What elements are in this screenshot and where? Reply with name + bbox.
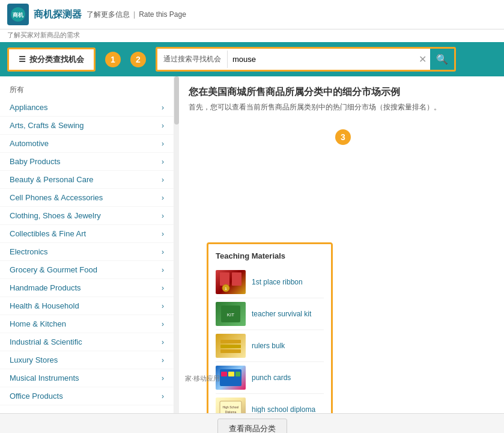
search-submit-button[interactable]: 🔍	[430, 49, 454, 70]
sidebar-label-electronics: Electronics	[10, 247, 48, 256]
step-badge-2: 2	[130, 52, 146, 67]
sidebar-label-clothing: Clothing, Shoes & Jewelry	[10, 211, 101, 220]
sidebar-item-luxury[interactable]: Luxury Stores ›	[0, 351, 174, 369]
rate-page-link[interactable]: Rate this Page	[139, 10, 186, 19]
list-item: 1 1st place ribbon	[216, 266, 324, 298]
sidebar-item-grocery[interactable]: Grocery & Gourmet Food ›	[0, 261, 174, 279]
header-subtitle: 了解买家对新商品的需求	[0, 29, 504, 42]
mobile-text: 家·移动应用	[185, 374, 220, 383]
product-name-diploma[interactable]: high school diploma	[252, 405, 315, 413]
sidebar-item-electronics[interactable]: Electronics ›	[0, 243, 174, 261]
main-title: 您在美国商城所售商品所属分类中的细分市场示例	[189, 86, 494, 99]
svg-text:商机: 商机	[13, 11, 24, 18]
sidebar-item-cellphones[interactable]: Cell Phones & Accessories ›	[0, 189, 174, 207]
sidebar-item-office[interactable]: Office Products ›	[0, 387, 174, 405]
list-item: rulers bulk	[216, 330, 324, 362]
separator: |	[133, 10, 135, 19]
main-content: 您在美国商城所售商品所属分类中的细分市场示例 首先，您可以查看当前所售商品所属类…	[179, 76, 504, 413]
sidebar-item-handmade[interactable]: Handmade Products ›	[0, 279, 174, 297]
svg-rect-9	[220, 345, 241, 348]
step-badge-3: 3	[335, 129, 351, 145]
svg-rect-12	[221, 372, 227, 376]
sidebar-label-health: Health & Household	[10, 301, 79, 310]
product-thumb-rulers	[216, 334, 246, 358]
product-name-ribbon[interactable]: 1st place ribbon	[252, 278, 303, 286]
svg-rect-10	[220, 349, 241, 353]
chevron-icon: ›	[162, 248, 164, 256]
svg-text:High School: High School	[223, 405, 239, 409]
view-categories-button[interactable]: 查看商品分类	[217, 419, 287, 433]
svg-rect-2	[220, 272, 229, 286]
chevron-icon: ›	[162, 230, 164, 238]
header: 商机 商机探测器 了解更多信息 | Rate this Page	[0, 0, 504, 29]
search-input[interactable]	[228, 51, 415, 67]
header-links: 了解更多信息 | Rate this Page	[87, 10, 186, 20]
sidebar-item-health[interactable]: Health & Household ›	[0, 297, 174, 315]
teaching-card-title: Teaching Materials	[216, 251, 324, 260]
product-name-punch[interactable]: punch cards	[252, 373, 291, 382]
sidebar-item-home[interactable]: Home & Kitchen ›	[0, 315, 174, 333]
svg-text:KIT: KIT	[227, 312, 235, 318]
chevron-icon: ›	[162, 212, 164, 220]
chevron-icon: ›	[162, 302, 164, 310]
sidebar-item-baby[interactable]: Baby Products ›	[0, 153, 174, 171]
category-button[interactable]: ☰ 按分类查找机会	[7, 48, 96, 72]
product-thumb-diploma: High School Diploma	[216, 398, 246, 413]
chevron-icon: ›	[162, 158, 164, 166]
category-button-label: 按分类查找机会	[29, 54, 84, 65]
logo-icon: 商机	[7, 4, 29, 25]
scrollbar-thumb[interactable]	[174, 76, 179, 124]
search-clear-button[interactable]: ✕	[415, 54, 430, 65]
sidebar-item-industrial[interactable]: Industrial & Scientific ›	[0, 333, 174, 351]
search-label: 通过搜索寻找机会	[157, 51, 228, 68]
sidebar-label-office: Office Products	[10, 392, 63, 401]
hamburger-icon: ☰	[19, 55, 26, 64]
sidebar-label-collectibles: Collectibles & Fine Art	[10, 229, 86, 238]
product-thumb-ribbon: 1	[216, 270, 246, 294]
chevron-icon: ›	[162, 338, 164, 346]
product-name-survival[interactable]: teacher survival kit	[252, 310, 311, 318]
sidebar-label-luxury: Luxury Stores	[10, 355, 58, 364]
sidebar-item-collectibles[interactable]: Collectibles & Fine Art ›	[0, 225, 174, 243]
svg-rect-3	[232, 272, 241, 286]
svg-rect-13	[228, 372, 234, 376]
sidebar-label-arts: Arts, Crafts & Sewing	[10, 121, 84, 130]
svg-text:Diploma: Diploma	[225, 410, 237, 413]
main-bar: ☰ 按分类查找机会 1 2 通过搜索寻找机会 ✕ 🔍	[0, 42, 504, 76]
step-badge-1: 1	[105, 52, 121, 67]
list-item: KIT teacher survival kit	[216, 298, 324, 330]
logo-text: 商机探测器	[34, 8, 82, 21]
sidebar-item-beauty[interactable]: Beauty & Personal Care ›	[0, 171, 174, 189]
sidebar-label-appliances: Appliances	[10, 103, 48, 112]
product-thumb-survival: KIT	[216, 302, 246, 326]
learn-more-link[interactable]: 了解更多信息	[87, 10, 130, 20]
sidebar-item-automotive[interactable]: Automotive ›	[0, 135, 174, 153]
sidebar-label-automotive: Automotive	[10, 139, 49, 148]
sidebar-label-handmade: Handmade Products	[10, 283, 81, 292]
bottom-bar: 查看商品分类	[0, 413, 504, 433]
list-item: High School Diploma high school diploma	[216, 394, 324, 413]
search-icon: 🔍	[436, 54, 448, 64]
chevron-icon: ›	[162, 374, 164, 382]
sidebar-item-clothing[interactable]: Clothing, Shoes & Jewelry ›	[0, 207, 174, 225]
chevron-icon: ›	[162, 103, 164, 112]
sidebar-item-arts[interactable]: Arts, Crafts & Sewing ›	[0, 117, 174, 135]
sidebar-label-industrial: Industrial & Scientific	[10, 337, 82, 346]
content-area: 所有 Appliances › Arts, Crafts & Sewing › …	[0, 76, 504, 413]
main-subtitle: 首先，您可以查看当前所售商品所属类别中的热门细分市场（按搜索量排名）。	[189, 102, 494, 112]
scrollbar-track[interactable]	[174, 76, 179, 413]
sidebar-label-cellphones: Cell Phones & Accessories	[10, 193, 103, 202]
product-name-rulers[interactable]: rulers bulk	[252, 342, 285, 350]
sidebar-item-musical[interactable]: Musical Instruments ›	[0, 369, 174, 387]
sidebar-label-home: Home & Kitchen	[10, 319, 66, 328]
product-thumb-punch	[216, 366, 246, 390]
chevron-icon: ›	[162, 284, 164, 292]
sidebar-all-label: 所有	[0, 81, 174, 99]
chevron-icon: ›	[162, 392, 164, 401]
chevron-icon: ›	[162, 320, 164, 328]
sidebar-item-appliances[interactable]: Appliances ›	[0, 99, 174, 117]
chevron-icon: ›	[162, 356, 164, 364]
list-item: punch cards	[216, 362, 324, 394]
sidebar-label-musical: Musical Instruments	[10, 373, 79, 382]
sidebar: 所有 Appliances › Arts, Crafts & Sewing › …	[0, 76, 174, 413]
